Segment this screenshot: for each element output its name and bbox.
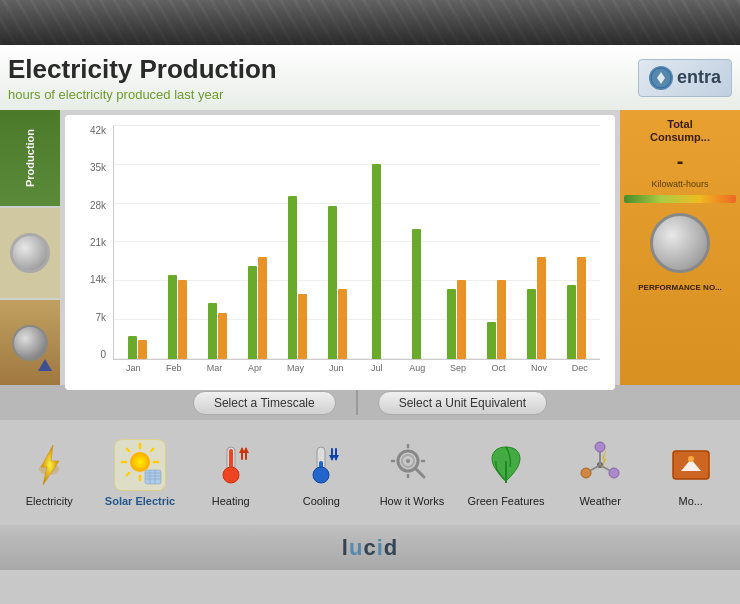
bar-group-jun <box>317 206 357 359</box>
chart-area: 42k 35k 28k 21k 14k 7k 0 <box>65 115 615 390</box>
x-label-nov: Nov <box>519 363 560 385</box>
divider <box>356 390 358 415</box>
page-subtitle: hours of electricity produced last year <box>8 87 590 102</box>
bar-orange-jun <box>338 289 347 359</box>
more-icon <box>665 439 717 491</box>
nav-item-electricity[interactable]: Electricity <box>14 439 84 507</box>
nav-item-how-it-works[interactable]: How it Works <box>377 439 447 507</box>
logo-area: entra <box>590 48 740 108</box>
bar-green-jul <box>372 164 381 359</box>
x-label-jul: Jul <box>356 363 397 385</box>
unit-equivalent-button[interactable]: Select a Unit Equivalent <box>378 391 547 415</box>
bar-group-dec <box>556 257 596 359</box>
gauge-arrow <box>12 325 48 361</box>
x-label-jun: Jun <box>316 363 357 385</box>
bar-group-mar <box>198 303 238 359</box>
cooling-label: Cooling <box>303 495 340 507</box>
right-panel: TotalConsump... - Kilowatt-hours PERFORM… <box>620 110 740 385</box>
bar-orange-jan <box>138 340 147 359</box>
how-it-works-icon <box>386 439 438 491</box>
cooling-icon <box>295 439 347 491</box>
heating-label: Heating <box>212 495 250 507</box>
timescale-bar: Select a Timescale Select a Unit Equival… <box>0 385 740 420</box>
chart-plot <box>113 125 600 360</box>
title-section: Electricity Production hours of electric… <box>0 45 740 110</box>
bar-green-jun <box>328 206 337 359</box>
svg-point-48 <box>581 468 591 478</box>
bar-orange-may <box>298 294 307 359</box>
y-label-28k: 28k <box>90 200 106 211</box>
x-axis: JanFebMarAprMayJunJulAugSepOctNovDec <box>113 363 600 385</box>
electricity-icon <box>23 439 75 491</box>
header-image <box>0 0 740 45</box>
x-label-dec: Dec <box>559 363 600 385</box>
bar-green-feb <box>168 275 177 359</box>
nav-item-more[interactable]: Mo... <box>656 439 726 507</box>
sidebar-gauge-mid <box>0 208 60 298</box>
more-label: Mo... <box>678 495 702 507</box>
y-label-35k: 35k <box>90 162 106 173</box>
right-gauge <box>650 213 710 273</box>
bar-group-feb <box>158 275 198 359</box>
svg-rect-20 <box>229 449 233 469</box>
y-label-21k: 21k <box>90 237 106 248</box>
x-label-aug: Aug <box>397 363 438 385</box>
x-label-apr: Apr <box>235 363 276 385</box>
y-axis: 42k 35k 28k 21k 14k 7k 0 <box>75 125 110 360</box>
svg-point-47 <box>609 468 619 478</box>
svg-line-36 <box>416 469 424 477</box>
nav-item-cooling[interactable]: Cooling <box>286 439 356 507</box>
bar-orange-dec <box>577 257 586 359</box>
y-label-14k: 14k <box>90 274 106 285</box>
weather-icon <box>574 439 626 491</box>
bar-orange-feb <box>178 280 187 359</box>
left-sidebar: Production <box>0 110 60 385</box>
svg-point-4 <box>130 452 150 472</box>
gauge-small <box>10 233 50 273</box>
svg-point-21 <box>223 467 239 483</box>
svg-point-28 <box>313 467 329 483</box>
svg-point-52 <box>688 456 694 462</box>
nav-item-solar-electric[interactable]: Solar Electric <box>105 439 175 507</box>
bottom-nav: Electricity <box>0 420 740 525</box>
svg-marker-3 <box>41 445 59 485</box>
sidebar-gauge-bot <box>0 300 60 385</box>
svg-rect-13 <box>145 470 161 484</box>
how-it-works-label: How it Works <box>380 495 445 507</box>
title-block: Electricity Production hours of electric… <box>0 54 590 102</box>
x-label-may: May <box>275 363 316 385</box>
bar-group-oct <box>476 280 516 359</box>
footer: lucid <box>0 525 740 570</box>
page-title: Electricity Production <box>8 54 590 85</box>
bar-green-sep <box>447 289 456 359</box>
bar-green-may <box>288 196 297 359</box>
nav-item-heating[interactable]: Heating <box>196 439 266 507</box>
x-label-mar: Mar <box>194 363 235 385</box>
bar-green-jan <box>128 336 137 359</box>
timescale-button[interactable]: Select a Timescale <box>193 391 336 415</box>
footer-logo: lucid <box>342 535 398 561</box>
nav-item-weather[interactable]: Weather <box>565 439 635 507</box>
svg-line-11 <box>151 448 154 451</box>
bar-group-aug <box>397 229 437 359</box>
logo-text: entra <box>677 67 721 88</box>
bar-group-nov <box>516 257 556 359</box>
y-label-0: 0 <box>100 349 106 360</box>
bar-orange-oct <box>497 280 506 359</box>
x-label-feb: Feb <box>154 363 195 385</box>
bar-green-nov <box>527 289 536 359</box>
solar-electric-label: Solar Electric <box>105 495 175 507</box>
logo-icon <box>649 66 673 90</box>
bar-orange-nov <box>537 257 546 359</box>
svg-point-46 <box>595 442 605 452</box>
nav-item-green-features[interactable]: Green Features <box>468 439 545 507</box>
x-label-jan: Jan <box>113 363 154 385</box>
svg-marker-25 <box>243 447 249 453</box>
bar-group-may <box>277 196 317 359</box>
bars-container <box>114 125 600 359</box>
color-bar <box>624 195 736 203</box>
heating-icon <box>205 439 257 491</box>
y-label-42k: 42k <box>90 125 106 136</box>
y-label-7k: 7k <box>95 312 106 323</box>
bar-group-jan <box>118 336 158 359</box>
